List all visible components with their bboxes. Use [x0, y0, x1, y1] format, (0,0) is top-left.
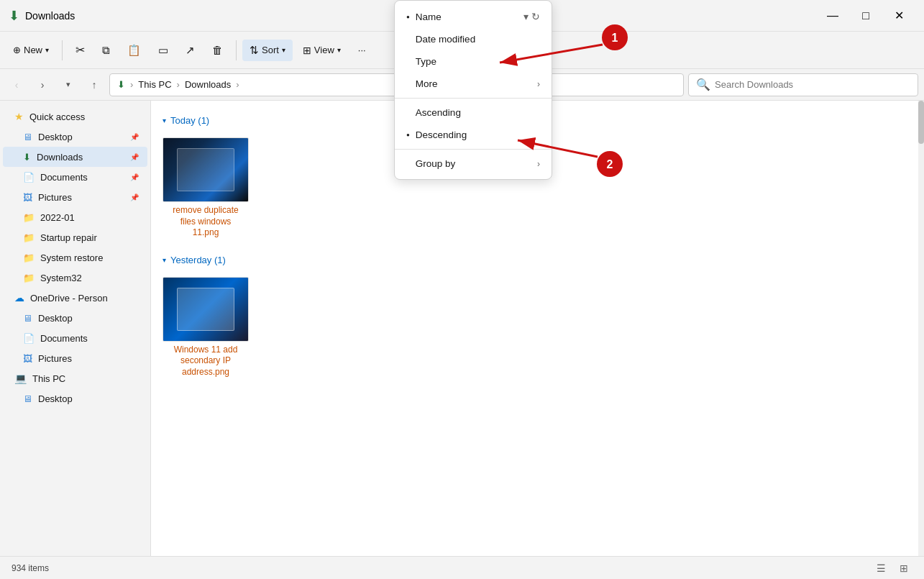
folder-sys32-label: System32: [40, 273, 82, 283]
maximize-button[interactable]: □: [849, 4, 882, 27]
grid-view-button[interactable]: ⊞: [895, 560, 912, 577]
sort-by-type[interactable]: ● Type: [395, 50, 552, 73]
view-icon: ⊞: [303, 45, 311, 56]
sidebar-item-od-pictures[interactable]: 🖼 Pictures: [3, 348, 147, 368]
sidebar-item-sys32[interactable]: 📁 System32: [3, 268, 147, 288]
sidebar-item-startup[interactable]: 📁 Startup repair: [3, 227, 147, 247]
od-pictures-icon: 🖼: [23, 353, 32, 364]
share-button[interactable]: ↗: [178, 40, 202, 61]
thumb-inner-1: [177, 148, 234, 191]
addressbar-this-pc: This PC: [138, 79, 171, 90]
sort-label: Sort: [262, 45, 279, 55]
sidebar-item-desktop[interactable]: 🖥 Desktop 📌: [3, 127, 147, 147]
sort-direction-down[interactable]: ▾: [523, 11, 529, 22]
close-button[interactable]: ✕: [882, 4, 915, 27]
sidebar-item-onedrive[interactable]: ☁ OneDrive - Person: [3, 288, 147, 308]
pictures-label: Pictures: [38, 192, 72, 203]
separator-1: [62, 40, 63, 60]
more-icon: ···: [358, 45, 366, 55]
back-button[interactable]: ‹: [6, 74, 27, 96]
rename-icon: ▭: [158, 44, 168, 57]
more-chevron-icon: ›: [537, 79, 540, 89]
group-by-chevron-icon: ›: [537, 159, 540, 169]
desktop-icon: 🖥: [23, 132, 32, 142]
folder-sysrestore-icon: 📁: [23, 252, 35, 263]
more-options-button[interactable]: ···: [351, 40, 373, 60]
sidebar-item-2022[interactable]: 📁 2022-01: [3, 207, 147, 227]
sort-date-label: Date modified: [416, 34, 475, 45]
downloads-title-icon: ⬇: [9, 8, 19, 24]
new-chevron-icon: ▾: [45, 46, 49, 54]
today-label: Today (1): [170, 115, 209, 126]
scrollbar-thumb[interactable]: [918, 101, 924, 144]
onedrive-label: OneDrive - Person: [30, 293, 108, 304]
sidebar-item-this-pc[interactable]: 💻 This PC: [3, 368, 147, 388]
documents-icon: 📄: [23, 172, 35, 183]
copy-button[interactable]: ⧉: [95, 40, 117, 61]
view-button[interactable]: ⊞ View ▾: [296, 40, 348, 60]
this-pc-label: This PC: [32, 373, 65, 384]
view-controls: ☰ ⊞: [872, 560, 912, 577]
addressbar-sep1: ›: [130, 79, 133, 90]
new-button[interactable]: ⊕ New ▾: [6, 40, 56, 60]
sidebar-item-sysrestore[interactable]: 📁 System restore: [3, 247, 147, 268]
sidebar-item-pictures[interactable]: 🖼 Pictures 📌: [3, 187, 147, 207]
downloads-pin-icon: 📌: [130, 153, 139, 161]
list-view-button[interactable]: ☰: [872, 560, 889, 577]
sort-divider-1: [395, 98, 552, 99]
delete-button[interactable]: 🗑: [205, 40, 230, 60]
folder-startup-label: Startup repair: [40, 232, 97, 243]
sidebar: ★ Quick access 🖥 Desktop 📌 ⬇ Downloads 📌…: [0, 101, 151, 579]
sort-group-by[interactable]: ● Group by ›: [395, 152, 552, 175]
addressbar-sep2: ›: [177, 79, 180, 90]
quick-access-icon: ★: [14, 111, 24, 122]
cut-button[interactable]: ✂: [68, 39, 92, 61]
sidebar-item-downloads[interactable]: ⬇ Downloads 📌: [3, 147, 147, 167]
sort-by-date-modified[interactable]: ● Date modified: [395, 28, 552, 50]
pc-desktop-icon: 🖥: [23, 393, 32, 404]
scrollbar-track[interactable]: [918, 101, 924, 579]
sort-ascending[interactable]: ● Ascending: [395, 101, 552, 124]
sort-refresh[interactable]: ↻: [531, 11, 540, 22]
sort-descending[interactable]: ● Descending: [395, 124, 552, 146]
addressbar-downloads: Downloads: [185, 79, 231, 90]
sort-name-label: Name: [416, 12, 442, 22]
folder-sysrestore-label: System restore: [40, 252, 103, 263]
downloads-icon: ⬇: [23, 152, 31, 163]
yesterday-label: Yesterday (1): [170, 255, 226, 265]
file-item-1[interactable]: remove duplicate files windows 11.png: [163, 133, 249, 243]
sidebar-item-pc-desktop[interactable]: 🖥 Desktop: [3, 388, 147, 409]
recent-locations-button[interactable]: ▾: [58, 74, 79, 96]
search-box[interactable]: 🔍: [688, 73, 918, 96]
sort-by-name[interactable]: ● Name ▾ ↻: [395, 5, 552, 28]
sidebar-item-od-desktop[interactable]: 🖥 Desktop: [3, 308, 147, 328]
paste-button[interactable]: 📋: [120, 40, 148, 61]
pc-desktop-label: Desktop: [38, 393, 73, 404]
file-thumbnail-2: [163, 277, 249, 342]
search-input[interactable]: [715, 79, 910, 90]
statusbar: 934 items ☰ ⊞: [0, 556, 924, 579]
yesterday-chevron-icon: ▾: [163, 256, 166, 264]
group-by-label: Group by: [416, 158, 456, 169]
sidebar-item-quick-access[interactable]: ★ Quick access: [3, 106, 147, 127]
file-name-1: remove duplicate files windows 11.png: [167, 205, 244, 239]
sort-type-label: Type: [416, 56, 436, 67]
sidebar-item-od-documents[interactable]: 📄 Documents: [3, 328, 147, 348]
file-item-2[interactable]: Windows 11 add secondary IP address.png: [163, 273, 249, 383]
documents-label: Documents: [40, 172, 88, 183]
sort-more-label: More: [416, 78, 438, 89]
sort-more[interactable]: ● More ›: [395, 73, 552, 95]
ascending-label: Ascending: [416, 107, 461, 118]
od-desktop-icon: 🖥: [23, 313, 32, 324]
sidebar-item-documents[interactable]: 📄 Documents 📌: [3, 167, 147, 187]
forward-button[interactable]: ›: [32, 74, 53, 96]
new-icon: ⊕: [13, 45, 21, 55]
minimize-button[interactable]: —: [816, 4, 849, 27]
folder-sys32-icon: 📁: [23, 273, 35, 283]
sort-button[interactable]: ⇅ Sort ▾: [242, 40, 293, 61]
up-button[interactable]: ↑: [83, 74, 105, 96]
sort-icon: ⇅: [250, 44, 259, 57]
rename-button[interactable]: ▭: [151, 40, 175, 61]
group-yesterday[interactable]: ▾ Yesterday (1): [163, 255, 912, 265]
addressbar-downloads-icon: ⬇: [117, 79, 125, 90]
